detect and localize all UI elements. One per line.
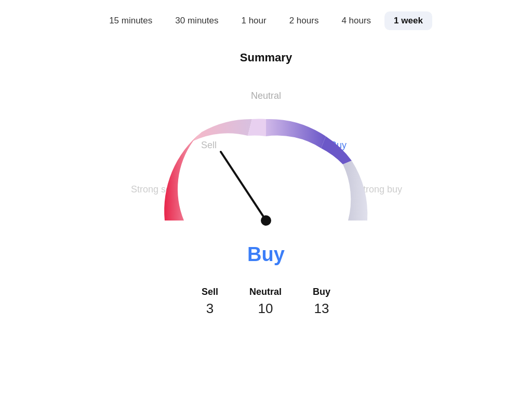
stat-buy: Buy 13 xyxy=(313,287,330,317)
gauge-svg xyxy=(121,80,411,236)
gauge-segment-sell xyxy=(193,119,252,141)
stat-sell-value: 3 xyxy=(206,301,214,317)
time-filter-tabs: 15 minutes 30 minutes 1 hour 2 hours 4 h… xyxy=(0,0,532,41)
gauge-segment-buy xyxy=(321,136,352,164)
summary-title: Summary xyxy=(240,51,292,64)
stat-neutral-label: Neutral xyxy=(249,287,282,297)
gauge-pivot xyxy=(261,215,271,226)
stat-neutral: Neutral 10 xyxy=(249,287,282,317)
gauge-chart: Neutral Sell Buy Strong sell Strong buy xyxy=(121,80,411,236)
gauge-segment-neutral-buy xyxy=(266,119,326,148)
tab-2hours[interactable]: 2 hours xyxy=(280,11,328,30)
main-content: Summary Neutral Sell Buy Strong sell Str… xyxy=(0,41,532,402)
stats-row: Sell 3 Neutral 10 Buy 13 xyxy=(202,287,330,317)
stat-sell-label: Sell xyxy=(202,287,218,297)
gauge-segment-strong-sell xyxy=(164,132,202,221)
tab-15min[interactable]: 15 minutes xyxy=(100,11,162,30)
tab-4hours[interactable]: 4 hours xyxy=(332,11,380,30)
stat-buy-label: Buy xyxy=(313,287,330,297)
gauge-needle xyxy=(221,152,266,221)
tab-1hour[interactable]: 1 hour xyxy=(232,11,275,30)
stat-sell: Sell 3 xyxy=(202,287,218,317)
stat-buy-value: 13 xyxy=(314,301,329,317)
tab-30min[interactable]: 30 minutes xyxy=(166,11,228,30)
stat-neutral-value: 10 xyxy=(258,301,273,317)
result-label: Buy xyxy=(247,243,285,266)
gauge-segment-strong-buy xyxy=(343,161,367,221)
tab-1week[interactable]: 1 week xyxy=(384,11,432,30)
